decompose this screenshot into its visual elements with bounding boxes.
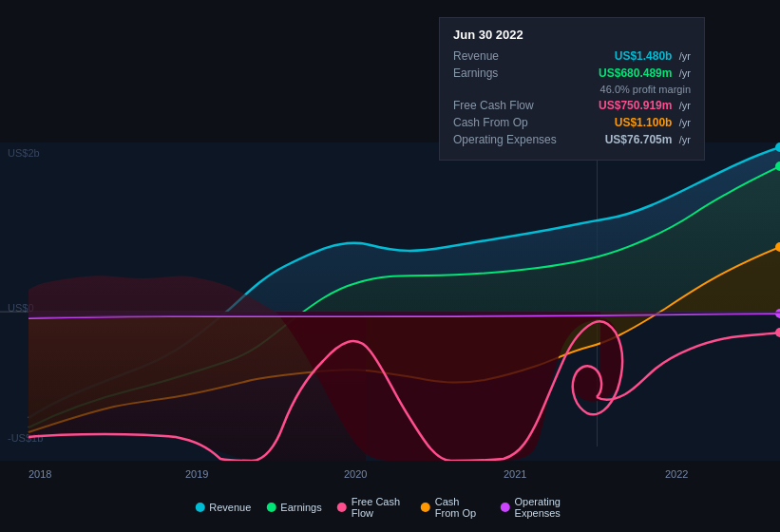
tooltip-box: Jun 30 2022 Revenue US$1.480b /yr Earnin…: [439, 17, 705, 161]
tooltip-value-revenue: US$1.480b: [615, 49, 673, 63]
tooltip-value-opex: US$76.705m: [605, 133, 673, 146]
legend-label-revenue: Revenue: [209, 502, 251, 513]
legend-item-opex: Operating Expenses: [501, 496, 585, 519]
legend-item-cashop: Cash From Op: [421, 496, 485, 519]
legend-dot-revenue: [195, 503, 204, 512]
chart-container: Jun 30 2022 Revenue US$1.480b /yr Earnin…: [0, 0, 780, 532]
chart-legend: Revenue Earnings Free Cash Flow Cash Fro…: [195, 496, 585, 519]
tooltip-label-revenue: Revenue: [453, 49, 567, 63]
tooltip-label-opex: Operating Expenses: [453, 133, 567, 146]
x-label-2021: 2021: [504, 468, 526, 480]
tooltip-value-fcf: US$750.919m: [599, 99, 672, 112]
legend-label-fcf: Free Cash Flow: [352, 496, 406, 519]
tooltip-date: Jun 30 2022: [453, 28, 691, 42]
tooltip-label-cashop: Cash From Op: [453, 116, 567, 129]
tooltip-label-earnings: Earnings: [453, 66, 567, 80]
tooltip-row-earnings: Earnings US$680.489m /yr: [453, 66, 691, 80]
legend-dot-earnings: [266, 503, 276, 512]
tooltip-unit-opex: /yr: [679, 134, 691, 145]
tooltip-row-revenue: Revenue US$1.480b /yr: [453, 49, 691, 63]
legend-dot-fcf: [337, 503, 347, 512]
legend-dot-cashop: [421, 503, 430, 512]
tooltip-label-fcf: Free Cash Flow: [453, 99, 567, 112]
tooltip-value-cashop: US$1.100b: [615, 116, 673, 129]
x-label-2020: 2020: [344, 468, 367, 480]
chart-svg: [0, 142, 780, 461]
tooltip-unit-cashop: /yr: [679, 117, 691, 128]
legend-label-opex: Operating Expenses: [515, 496, 585, 519]
profit-margin: 46.0% profit margin: [453, 84, 691, 95]
legend-label-cashop: Cash From Op: [435, 496, 485, 519]
x-label-2019: 2019: [185, 468, 208, 480]
legend-item-fcf: Free Cash Flow: [337, 496, 406, 519]
legend-dot-opex: [501, 503, 510, 512]
tooltip-value-earnings: US$680.489m: [599, 66, 672, 80]
tooltip-unit-earnings: /yr: [679, 67, 691, 79]
tooltip-row-cashop: Cash From Op US$1.100b /yr: [453, 116, 691, 129]
tooltip-unit-revenue: /yr: [679, 50, 691, 62]
legend-item-revenue: Revenue: [195, 502, 251, 513]
tooltip-row-opex: Operating Expenses US$76.705m /yr: [453, 133, 691, 146]
legend-item-earnings: Earnings: [266, 502, 321, 513]
x-label-2018: 2018: [29, 468, 51, 480]
x-label-2022: 2022: [665, 468, 688, 480]
tooltip-unit-fcf: /yr: [679, 100, 691, 111]
legend-label-earnings: Earnings: [280, 502, 321, 513]
tooltip-row-fcf: Free Cash Flow US$750.919m /yr: [453, 99, 691, 112]
